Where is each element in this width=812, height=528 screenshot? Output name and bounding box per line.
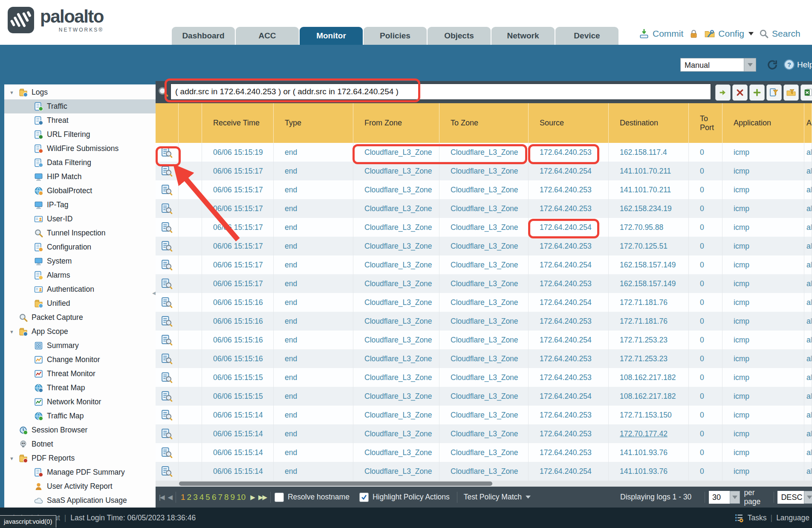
- tab-network[interactable]: Network: [491, 27, 555, 45]
- log-detail-icon[interactable]: [156, 462, 179, 481]
- sort-order-select-arrow[interactable]: [804, 491, 812, 504]
- sidebar-item-traffic[interactable]: Traffic: [4, 99, 156, 113]
- table-row[interactable]: 06/06 15:15:17endCloudflare_L3_ZoneCloud…: [156, 237, 812, 255]
- page-number-3[interactable]: 3: [193, 493, 198, 502]
- sidebar-item-summary[interactable]: Summary: [4, 339, 156, 353]
- page-number-8[interactable]: 8: [224, 493, 229, 502]
- refresh-icon[interactable]: [766, 59, 778, 71]
- sidebar-item-traffic-map[interactable]: Traffic Map: [4, 409, 156, 423]
- sidebar-item-globalprotect[interactable]: GlobalProtect: [4, 184, 156, 198]
- sidebar-item-data-filtering[interactable]: Data Filtering: [4, 156, 156, 170]
- sidebar-item-unified[interactable]: Unified: [4, 296, 156, 310]
- expand-triangle-icon[interactable]: ▼: [9, 90, 19, 95]
- column-header-destination[interactable]: Destination: [609, 103, 689, 143]
- tab-dashboard[interactable]: Dashboard: [172, 27, 235, 45]
- sidebar-item-app-scope[interactable]: ▼App Scope: [4, 325, 156, 339]
- page-number-4[interactable]: 4: [199, 493, 204, 502]
- table-row[interactable]: 06/06 15:15:19endCloudflare_L3_ZoneCloud…: [156, 143, 812, 162]
- log-detail-icon[interactable]: [156, 443, 179, 462]
- search-button[interactable]: Search: [759, 29, 800, 39]
- tab-monitor[interactable]: Monitor: [300, 27, 363, 45]
- add-filter-button[interactable]: [749, 84, 765, 101]
- table-row[interactable]: 06/06 15:15:14endCloudflare_L3_ZoneCloud…: [156, 406, 812, 424]
- log-detail-icon[interactable]: [156, 143, 179, 162]
- table-row[interactable]: 06/06 15:15:15endCloudflare_L3_ZoneCloud…: [156, 368, 812, 387]
- config-button[interactable]: Config: [704, 28, 754, 39]
- column-header-type[interactable]: Type: [274, 103, 353, 143]
- per-page-select[interactable]: 30: [709, 491, 730, 504]
- column-header-to-zone[interactable]: To Zone: [439, 103, 529, 143]
- log-detail-icon[interactable]: [156, 368, 179, 387]
- export-csv-button[interactable]: [800, 84, 812, 101]
- sidebar-item-wildfire-submissions[interactable]: WildFire Submissions: [4, 142, 156, 156]
- apply-filter-button[interactable]: [715, 84, 731, 101]
- column-header-source[interactable]: Source: [529, 103, 609, 143]
- page-number-5[interactable]: 5: [205, 493, 210, 502]
- tab-acc[interactable]: ACC: [236, 27, 299, 45]
- sidebar-item-session-browser[interactable]: Session Browser: [4, 423, 156, 437]
- sidebar-item-logs[interactable]: ▼Logs: [4, 85, 156, 99]
- sidebar-item-threat-map[interactable]: Threat Map: [4, 381, 156, 395]
- log-detail-icon[interactable]: [156, 180, 179, 199]
- column-header-from-zone[interactable]: From Zone: [353, 103, 439, 143]
- sidebar-item-threat-monitor[interactable]: Threat Monitor: [4, 367, 156, 381]
- column-header-receive-time[interactable]: Receive Time: [202, 103, 274, 143]
- tasks-link[interactable]: Tasks: [748, 513, 767, 522]
- column-header-application[interactable]: Application: [722, 103, 804, 143]
- test-policy-match-button[interactable]: Test Policy Match: [464, 493, 522, 502]
- table-row[interactable]: 06/06 15:15:17endCloudflare_L3_ZoneCloud…: [156, 162, 812, 180]
- sidebar-item-manage-pdf-summary[interactable]: Manage PDF Summary: [4, 465, 156, 479]
- sidebar-item-url-filtering[interactable]: URL Filtering: [4, 128, 156, 142]
- page-number-9[interactable]: 9: [231, 493, 235, 502]
- table-row[interactable]: 06/06 15:15:14endCloudflare_L3_ZoneCloud…: [156, 424, 812, 443]
- log-detail-icon[interactable]: [156, 274, 179, 293]
- log-detail-icon[interactable]: [156, 162, 179, 180]
- sidebar-item-user-activity-report[interactable]: User Activity Report: [4, 479, 156, 493]
- table-row[interactable]: 06/06 15:15:14endCloudflare_L3_ZoneCloud…: [156, 462, 812, 481]
- table-row[interactable]: 06/06 15:15:16endCloudflare_L3_ZoneCloud…: [156, 331, 812, 349]
- cell-destination[interactable]: 172.70.177.42: [609, 424, 689, 443]
- table-row[interactable]: 06/06 15:15:17endCloudflare_L3_ZoneCloud…: [156, 180, 812, 199]
- table-row[interactable]: 06/06 15:15:16endCloudflare_L3_ZoneCloud…: [156, 349, 812, 368]
- sidebar-item-system[interactable]: System: [4, 254, 156, 268]
- sidebar-item-network-monitor[interactable]: Network Monitor: [4, 395, 156, 409]
- highlight-policy-actions-checkbox[interactable]: [359, 493, 369, 502]
- filter-builder-button[interactable]: [766, 84, 782, 101]
- page-number-1[interactable]: 1: [181, 493, 185, 502]
- page-number-6[interactable]: 6: [212, 493, 217, 502]
- sidebar-item-tunnel-inspection[interactable]: Tunnel Inspection: [4, 226, 156, 240]
- language-link[interactable]: Language: [776, 513, 809, 522]
- table-row[interactable]: 06/06 15:15:17endCloudflare_L3_ZoneCloud…: [156, 274, 812, 293]
- horizontal-scrollbar-thumb[interactable]: [179, 482, 492, 486]
- page-number-2[interactable]: 2: [187, 493, 192, 502]
- sidebar-item-hip-match[interactable]: HIP Match: [4, 170, 156, 184]
- commit-button[interactable]: Commit: [639, 28, 683, 39]
- per-page-select-arrow[interactable]: [730, 491, 740, 504]
- table-row[interactable]: 06/06 15:15:14endCloudflare_L3_ZoneCloud…: [156, 443, 812, 462]
- table-row[interactable]: 06/06 15:15:15endCloudflare_L3_ZoneCloud…: [156, 387, 812, 406]
- log-detail-icon[interactable]: [156, 406, 179, 424]
- sidebar-item-saas-application-usage[interactable]: SaaS Application Usage: [4, 493, 156, 508]
- help-button[interactable]: ? Help: [783, 59, 812, 70]
- refresh-interval-arrow[interactable]: [744, 58, 756, 72]
- column-header-a[interactable]: A: [804, 103, 812, 143]
- sidebar-item-pdf-reports[interactable]: ▼PDF Reports: [4, 451, 156, 465]
- sidebar-item-user-id[interactable]: User-ID: [4, 212, 156, 226]
- table-row[interactable]: 06/06 15:15:17endCloudflare_L3_ZoneCloud…: [156, 199, 812, 218]
- log-detail-icon[interactable]: [156, 218, 179, 237]
- last-page-button[interactable]: ▶▶: [258, 493, 266, 501]
- table-row[interactable]: 06/06 15:15:17endCloudflare_L3_ZoneCloud…: [156, 255, 812, 274]
- sidebar-item-configuration[interactable]: Configuration: [4, 240, 156, 254]
- table-row[interactable]: 06/06 15:15:16endCloudflare_L3_ZoneCloud…: [156, 293, 812, 312]
- log-detail-icon[interactable]: [156, 312, 179, 331]
- log-detail-icon[interactable]: [156, 349, 179, 368]
- sidebar-item-packet-capture[interactable]: Packet Capture: [4, 310, 156, 325]
- prev-page-button[interactable]: ◀: [168, 493, 172, 501]
- filter-query-input[interactable]: [170, 84, 711, 100]
- clear-filter-button[interactable]: [732, 84, 748, 101]
- sidebar-item-change-monitor[interactable]: Change Monitor: [4, 353, 156, 367]
- next-page-button[interactable]: ▶: [250, 493, 254, 501]
- log-detail-icon[interactable]: [156, 293, 179, 312]
- refresh-interval-select[interactable]: Manual: [680, 58, 744, 72]
- log-detail-icon[interactable]: [156, 424, 179, 443]
